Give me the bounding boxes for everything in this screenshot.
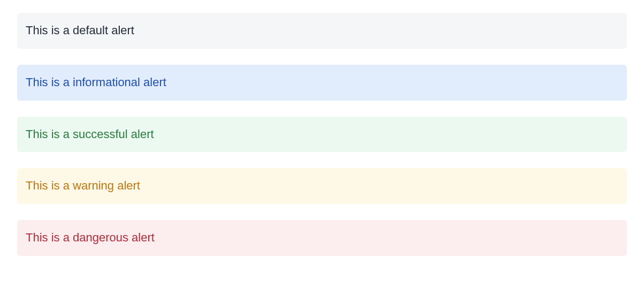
alert-success: This is a successful alert [17,117,627,153]
alert-default: This is a default alert [17,13,627,49]
alert-warning: This is a warning alert [17,168,627,204]
alert-warning-text: This is a warning alert [26,179,140,192]
alert-info: This is a informational alert [17,65,627,101]
alert-success-text: This is a successful alert [26,127,154,141]
alert-danger: This is a dangerous alert [17,220,627,256]
alert-danger-text: This is a dangerous alert [26,231,155,244]
alert-info-text: This is a informational alert [26,75,166,89]
alert-default-text: This is a default alert [26,24,134,37]
